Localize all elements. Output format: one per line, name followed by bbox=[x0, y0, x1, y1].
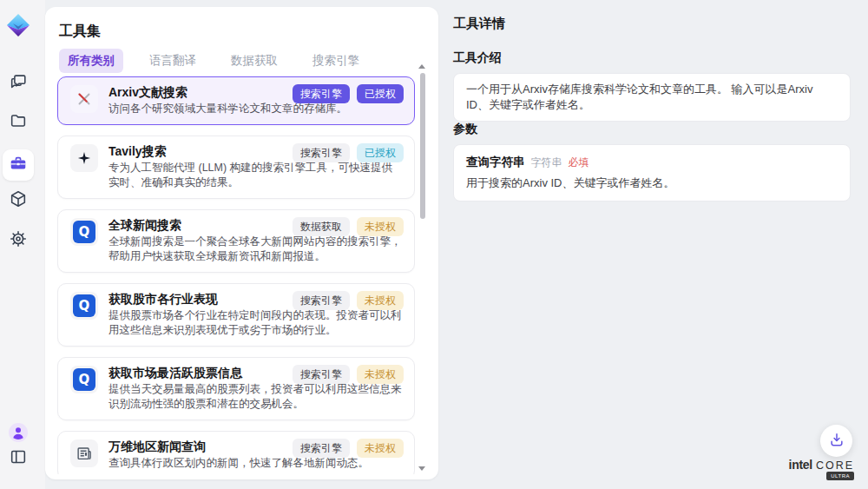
ultra-badge: Ultra bbox=[826, 472, 854, 480]
core-wordmark: core bbox=[816, 459, 854, 472]
parameter-description: 用于搜索的Arxiv ID、关键字或作者姓名。 bbox=[466, 175, 838, 191]
tools-panel: 工具集 所有类别语言翻译数据获取搜索引擎 Arxiv文献搜索 访问各个研究领域大… bbox=[45, 7, 438, 479]
cube-icon bbox=[9, 189, 28, 212]
gear-icon bbox=[9, 229, 28, 252]
download-icon bbox=[828, 431, 845, 452]
tool-card[interactable]: Q 获取股市各行业表现 提供股票市场各个行业在特定时间段内的表现。投资者可以利用… bbox=[57, 283, 415, 347]
tab-3[interactable]: 数据获取 bbox=[222, 49, 286, 73]
intel-wordmark: intel bbox=[789, 458, 812, 472]
sidebar-item-panel-toggle[interactable] bbox=[8, 448, 29, 469]
parameter-required-badge: 必填 bbox=[569, 155, 589, 170]
tool-card[interactable]: Q 获取市场最活跃股票信息 提供当天交易量最高的股票列表，投资者可以利用这些信息… bbox=[57, 357, 415, 420]
tool-tag: 已授权 bbox=[357, 143, 404, 162]
tool-description: 查询具体行政区划内的新闻，快速了解各地新闻动态。 bbox=[108, 456, 402, 471]
tool-tag: 搜索引擎 bbox=[293, 291, 350, 310]
blue-q-icon: Q bbox=[70, 292, 98, 320]
user-avatar-icon bbox=[8, 422, 29, 446]
tool-tags: 搜索引擎已授权 bbox=[293, 143, 404, 162]
chat-icon bbox=[9, 72, 28, 95]
tool-tag: 数据获取 bbox=[293, 217, 350, 236]
tool-tag: 搜索引擎 bbox=[293, 143, 350, 162]
parameters-card: 查询字符串字符串必填用于搜索的Arxiv ID、关键字或作者姓名。 bbox=[453, 144, 851, 202]
toolbox-icon bbox=[9, 154, 28, 176]
tool-tag: 搜索引擎 bbox=[293, 439, 350, 458]
sidebar-item-cube[interactable] bbox=[8, 190, 29, 211]
tool-card[interactable]: Q 全球新闻搜索 全球新闻搜索是一个聚合全球各大新闻网站内容的搜索引擎，帮助用户… bbox=[57, 209, 415, 273]
params-heading: 参数 bbox=[453, 122, 477, 137]
tool-tag: 未授权 bbox=[357, 291, 404, 310]
detail-panel-title: 工具详情 bbox=[453, 16, 505, 32]
tool-tags: 搜索引擎未授权 bbox=[293, 439, 404, 458]
tool-description: 全球新闻搜索是一个聚合全球各大新闻网站内容的搜索引擎，帮助用户快速获取全球最新资… bbox=[108, 235, 402, 264]
side-rail bbox=[0, 0, 45, 489]
intro-heading: 工具介绍 bbox=[453, 50, 502, 66]
sidebar-item-toolbox[interactable] bbox=[3, 149, 34, 181]
scrollbar-up-arrow[interactable] bbox=[418, 64, 425, 69]
tool-tags: 搜索引擎未授权 bbox=[293, 291, 404, 310]
sidebar-item-gear[interactable] bbox=[8, 230, 29, 251]
tool-card-list: Arxiv文献搜索 访问各个研究领域大量科学论文和文章的存储库。 搜索引擎已授权… bbox=[57, 76, 415, 474]
sidebar-item-user-avatar[interactable] bbox=[8, 424, 29, 445]
arxiv-icon bbox=[70, 85, 98, 113]
tool-description: 专为人工智能代理 (LLM) 构建的搜索引擎工具，可快速提供实时、准确和真实的结… bbox=[108, 161, 402, 190]
tools-panel-title: 工具集 bbox=[59, 23, 101, 41]
tool-description: 访问各个研究领域大量科学论文和文章的存储库。 bbox=[108, 102, 402, 116]
blue-q-icon: Q bbox=[70, 218, 98, 246]
tool-tag: 未授权 bbox=[357, 365, 404, 384]
tool-tags: 搜索引擎已授权 bbox=[293, 84, 404, 103]
sidebar-item-folder[interactable] bbox=[8, 112, 29, 133]
tool-tag: 搜索引擎 bbox=[293, 84, 350, 103]
tool-description: 提供当天交易量最高的股票列表，投资者可以利用这些信息来识别流动性强的股票和潜在的… bbox=[108, 382, 402, 412]
tool-tag: 未授权 bbox=[357, 439, 404, 458]
app-logo-icon bbox=[6, 13, 30, 37]
intro-text: 一个用于从Arxiv存储库搜索科学论文和文章的工具。 输入可以是Arxiv ID… bbox=[466, 83, 812, 111]
tavily-icon bbox=[70, 144, 98, 172]
parameter-header: 查询字符串字符串必填 bbox=[466, 155, 838, 170]
tool-description: 提供股票市场各个行业在特定时间段内的表现。投资者可以利用这些信息来识别表现优于或… bbox=[108, 308, 402, 338]
panel-toggle-icon bbox=[9, 447, 28, 470]
tool-tags: 搜索引擎未授权 bbox=[293, 365, 404, 384]
parameter-name: 查询字符串 bbox=[466, 155, 525, 170]
scrollbar-down-arrow[interactable] bbox=[418, 466, 425, 471]
tool-tag: 未授权 bbox=[357, 217, 404, 236]
folder-icon bbox=[9, 111, 28, 134]
tool-card[interactable]: 万维地区新闻查询 查询具体行政区划内的新闻，快速了解各地新闻动态。 搜索引擎未授… bbox=[57, 431, 415, 474]
scrollbar-thumb[interactable] bbox=[420, 73, 425, 219]
download-button[interactable] bbox=[820, 425, 852, 457]
intel-core-logo: intel core Ultra bbox=[789, 458, 854, 472]
tool-tag: 搜索引擎 bbox=[293, 365, 350, 384]
tool-tag: 已授权 bbox=[357, 84, 404, 103]
tool-tags: 数据获取未授权 bbox=[293, 217, 404, 236]
parameter-type: 字符串 bbox=[531, 155, 562, 170]
category-tabs: 所有类别语言翻译数据获取搜索引擎 bbox=[59, 49, 368, 73]
news-icon bbox=[70, 439, 98, 467]
sidebar-item-chat[interactable] bbox=[8, 73, 29, 94]
blue-q-icon: Q bbox=[70, 366, 98, 393]
tab-1[interactable]: 所有类别 bbox=[59, 49, 123, 73]
tool-card[interactable]: Arxiv文献搜索 访问各个研究领域大量科学论文和文章的存储库。 搜索引擎已授权 bbox=[57, 76, 415, 125]
tab-2[interactable]: 语言翻译 bbox=[141, 49, 205, 73]
tab-4[interactable]: 搜索引擎 bbox=[304, 49, 368, 73]
intro-card: 一个用于从Arxiv存储库搜索科学论文和文章的工具。 输入可以是Arxiv ID… bbox=[453, 73, 851, 122]
tool-card[interactable]: Tavily搜索 专为人工智能代理 (LLM) 构建的搜索引擎工具，可快速提供实… bbox=[57, 135, 415, 199]
